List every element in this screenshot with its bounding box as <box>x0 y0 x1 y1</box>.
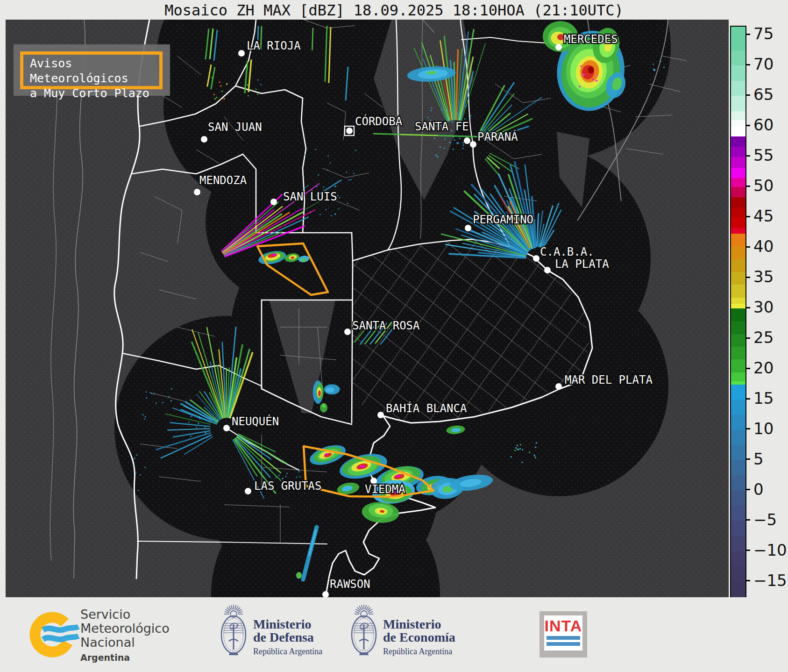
defensa-sub: República Argentina <box>253 647 322 657</box>
cb-tick-label: 40 <box>753 237 774 256</box>
warning-legend-box: Avisos Meteorológicos a Muy Corto Plazo <box>20 51 163 89</box>
city-dot <box>194 189 200 195</box>
cb-tick-label: 15 <box>753 389 774 407</box>
defensa-line1: Ministerio <box>253 618 322 631</box>
smn-line2: Meteorológico <box>80 622 170 636</box>
economia-line2: de Economía <box>383 631 455 644</box>
smn-sub: Argentina <box>80 651 170 665</box>
cb-tick-label: 20 <box>753 358 774 377</box>
cb-tick-label: 55 <box>753 146 774 164</box>
cb-tick <box>746 216 750 217</box>
economia-line1: Ministerio <box>383 618 455 631</box>
cb-tick-label: −5 <box>753 510 777 529</box>
city-dot <box>270 199 277 205</box>
city-dot <box>555 44 562 50</box>
cb-tick-label: 45 <box>753 207 774 225</box>
city-dot <box>555 383 562 390</box>
city-dot <box>344 329 351 335</box>
cb-tick <box>746 125 750 126</box>
inta-logo-inner: INTA <box>544 615 582 651</box>
cb-tick-label: 5 <box>753 450 764 468</box>
defensa-logo-text: Ministerio de Defensa República Argentin… <box>253 618 322 657</box>
cb-tick <box>746 277 750 278</box>
cb-tick <box>746 94 750 96</box>
cb-tick-label: 70 <box>753 55 774 73</box>
city-label: SANTA ROSA <box>352 319 420 332</box>
defensa-line2: de Defensa <box>253 631 322 644</box>
page-title: Mosaico ZH MAX [dBZ] 18.09.2025 18:10HOA… <box>0 0 788 20</box>
warning-legend-line1: Avisos Meteorológicos <box>30 56 159 86</box>
cb-tick <box>746 155 750 157</box>
city-dot <box>544 267 551 273</box>
city-dot <box>245 488 251 494</box>
city-label: PERGAMINO <box>473 213 533 226</box>
city-label: C.A.B.A. <box>540 245 594 258</box>
city-label: SANTA FE <box>415 120 469 133</box>
cb-tick <box>746 550 750 551</box>
cb-tick-label: 30 <box>753 298 774 316</box>
city-label: CÓRDOBA <box>355 114 403 128</box>
smn-logo-text: Servicio Meteorológico Nacional Argentin… <box>80 608 170 665</box>
cb-tick <box>746 64 750 65</box>
city-label: NEUQUÉN <box>232 415 279 428</box>
cb-tick <box>746 428 750 429</box>
dbz-colorbar <box>730 26 746 599</box>
city-label: RAWSON <box>330 578 370 591</box>
warning-legend-panel: Avisos Meteorológicos a Muy Corto Plazo <box>14 44 170 96</box>
inta-bar-1 <box>547 636 580 640</box>
inta-label: INTA <box>544 615 582 636</box>
cb-tick-label: 60 <box>753 115 774 134</box>
cb-tick <box>746 34 750 35</box>
city-dot <box>465 225 471 231</box>
cb-tick-label: 65 <box>753 85 774 104</box>
city-dot <box>201 136 207 143</box>
city-label: PARANÁ <box>477 130 518 143</box>
cb-tick <box>746 246 750 248</box>
cb-tick-label: −10 <box>753 541 787 559</box>
city-dot <box>464 137 470 144</box>
city-dot <box>533 255 540 262</box>
city-label: LA RIOJA <box>247 39 301 52</box>
cb-tick <box>746 580 750 581</box>
cb-tick-label: 10 <box>753 419 774 438</box>
city-dot <box>223 425 230 431</box>
radar-map: LA RIOJAMERCEDESCÓRDOBASAN JUANSANTA FEP… <box>6 20 729 597</box>
city-label: MERCEDES <box>564 33 618 46</box>
city-label: SAN LUIS <box>283 190 337 203</box>
smn-line3: Nacional <box>80 636 170 650</box>
economia-sub: República Argentina <box>383 647 455 657</box>
cb-tick <box>746 307 750 308</box>
city-label: MAR DEL PLATA <box>565 373 653 386</box>
warning-legend-line2: a Muy Corto Plazo <box>30 86 159 101</box>
city-dot <box>346 128 353 134</box>
cb-tick-label: 75 <box>753 24 774 43</box>
radar-mosaic-svg: LA RIOJAMERCEDESCÓRDOBASAN JUANSANTA FEP… <box>6 20 729 597</box>
cb-tick <box>746 489 750 490</box>
cb-tick <box>746 337 750 339</box>
city-label: BAHÍA BLANCA <box>386 401 467 415</box>
cb-tick-label: −15 <box>753 571 787 590</box>
cb-tick <box>746 186 750 187</box>
city-label: LAS GRUTAS <box>254 479 322 493</box>
economia-crest-icon <box>348 602 380 663</box>
cb-tick <box>746 398 750 400</box>
city-dot <box>377 412 384 418</box>
city-label: LA PLATA <box>555 257 609 271</box>
city-dot <box>238 50 245 57</box>
footer: Servicio Meteorológico Nacional Argentin… <box>0 597 788 672</box>
smn-line1: Servicio <box>80 608 170 622</box>
city-label: VIEDMA <box>365 483 405 496</box>
inta-logo: INTA <box>540 611 587 658</box>
cb-tick <box>746 368 750 369</box>
inta-bar-2 <box>547 642 580 646</box>
cb-tick-label: 50 <box>753 176 774 195</box>
economia-logo-text: Ministerio de Economía República Argenti… <box>383 618 455 657</box>
smn-logo-icon <box>29 609 81 663</box>
city-dot <box>470 141 476 148</box>
defensa-crest-icon <box>218 602 249 663</box>
city-label: MENDOZA <box>199 174 247 187</box>
cb-tick <box>746 519 750 521</box>
cb-tick-label: 0 <box>753 480 764 499</box>
cb-tick <box>746 458 750 460</box>
cb-tick-label: 25 <box>753 328 774 347</box>
